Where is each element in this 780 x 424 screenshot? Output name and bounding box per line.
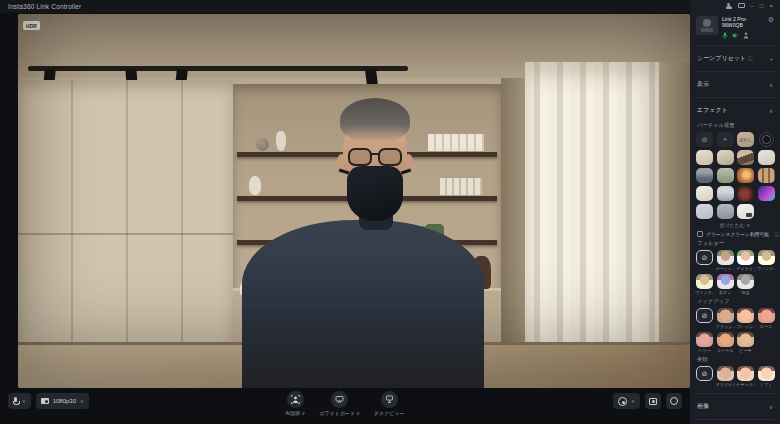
image-label: 画像: [697, 402, 709, 411]
scene-books: [440, 178, 482, 195]
section-effects[interactable]: エフェクト ∧: [690, 102, 780, 119]
device-status-row: [722, 32, 764, 39]
effects-label: エフェクト: [697, 106, 728, 115]
none-icon: ⊘: [696, 250, 713, 265]
makeup-item[interactable]: コーラル: [717, 332, 734, 353]
bg-thumbnail[interactable]: [717, 168, 734, 183]
virtual-bg-actions: ⊘ + ぼかし: [696, 132, 774, 147]
bg-thumbnail[interactable]: [696, 186, 713, 201]
effects-body: バーチャル背景 ⊘ + ぼかし 折りたたむ ∧: [690, 119, 780, 387]
beauty-none[interactable]: ⊘: [696, 366, 713, 387]
device-thumbnail: [696, 16, 718, 35]
bg-thumbnail[interactable]: [758, 150, 775, 165]
filter-item[interactable]: ネオン: [717, 274, 734, 295]
makeup-item[interactable]: ピーチ: [737, 332, 754, 353]
info-icon[interactable]: ⓘ: [774, 231, 779, 237]
bg-thumbnail[interactable]: [758, 186, 775, 201]
chevron-up-icon[interactable]: ∧: [631, 398, 635, 404]
deskview-button[interactable]: デスクビュー: [374, 391, 405, 416]
collapse-link[interactable]: 折りたたむ ∧: [696, 222, 774, 228]
filters-grid: ⊘ ポートレ... デイライト ヴィンテ... ヴィンテ... ネオン 混合: [696, 250, 774, 295]
section-scene-preset[interactable]: シーンプリセットⓘ +: [690, 50, 780, 67]
section-display[interactable]: 表示 ∨: [690, 76, 780, 93]
scene-cabinet: [18, 80, 233, 348]
bg-thumbnail[interactable]: [717, 150, 734, 165]
scene-wall-shadow: [501, 78, 527, 348]
makeup-none[interactable]: ⊘: [696, 308, 713, 329]
app-title: Insta360 Link Controller: [8, 3, 81, 10]
bg-thumbnail[interactable]: [696, 150, 713, 165]
capture-button[interactable]: [645, 393, 661, 409]
window-controls: – □ ×: [690, 0, 780, 12]
bg-360-button[interactable]: [758, 132, 775, 147]
scene-books: [428, 134, 484, 151]
greenscreen-label: グリーンスクリーン利用可能: [706, 231, 769, 237]
device-settings-gear-icon[interactable]: ⚙: [768, 16, 774, 23]
filter-item[interactable]: ヴィンテ...: [758, 250, 775, 271]
device-card: Link 2 Pro-96W0QB ⚙: [690, 12, 780, 42]
chevron-down-icon[interactable]: ∨: [769, 404, 773, 410]
bottom-right-group: ∧: [613, 393, 682, 409]
bg-thumbnail[interactable]: [737, 186, 754, 201]
maximize-button[interactable]: □: [760, 3, 764, 9]
bg-thumbnail[interactable]: [758, 168, 775, 183]
bg-blur-button[interactable]: ぼかし: [737, 132, 754, 147]
section-image[interactable]: 画像 ∨: [690, 398, 780, 415]
close-button[interactable]: ×: [769, 3, 773, 9]
greenscreen-checkbox[interactable]: [697, 231, 703, 237]
bg-thumbnail[interactable]: [737, 204, 754, 219]
bg-thumbnail[interactable]: [717, 204, 734, 219]
chevron-up-icon[interactable]: ∧: [769, 108, 773, 114]
divider: [696, 419, 774, 420]
glasses-lens: [378, 148, 402, 166]
virtual-bg-grid: [696, 150, 774, 219]
makeup-item[interactable]: ブラッシュ: [717, 308, 734, 329]
bg-thumbnail[interactable]: [717, 186, 734, 201]
whiteboard-button[interactable]: ホワイトボード ∨: [319, 391, 360, 416]
filter-item[interactable]: デイライト: [737, 250, 754, 271]
divider: [696, 393, 774, 394]
beauty-item[interactable]: オリジナル: [717, 366, 734, 387]
power-button[interactable]: [666, 393, 682, 409]
bg-thumbnail[interactable]: [696, 204, 713, 219]
minimize-button[interactable]: –: [751, 3, 754, 9]
divider: [696, 71, 774, 72]
account-icon[interactable]: [726, 3, 732, 9]
filter-item[interactable]: ヴィンテ...: [696, 274, 713, 295]
divider: [696, 45, 774, 46]
bottom-center-group: AI追跡 ∨ ホワイトボード ∨ デスクビュー: [0, 391, 690, 416]
makeup-item[interactable]: ローズ: [758, 308, 775, 329]
ai-tracking-label: AI追跡 ∨: [285, 410, 305, 416]
virtual-cam-icon[interactable]: [738, 3, 745, 8]
makeup-item[interactable]: フレッシュ: [737, 308, 754, 329]
beauty-item[interactable]: ナチュラル: [737, 366, 754, 387]
makeup-item[interactable]: ベリー: [696, 332, 713, 353]
beauty-grid: ⊘ オリジナル ナチュラル ソフト: [696, 366, 774, 387]
beauty-item[interactable]: ソフト: [758, 366, 775, 387]
ai-tracking-button[interactable]: AI追跡 ∨: [285, 391, 305, 416]
speaker-status-icon: [732, 32, 739, 39]
deskview-icon[interactable]: [381, 391, 398, 408]
ai-tracking-icon[interactable]: [287, 391, 304, 408]
whiteboard-icon[interactable]: [331, 391, 348, 408]
bg-thumbnail[interactable]: [696, 168, 713, 183]
scene-wall-right: [659, 62, 690, 348]
add-preset-button[interactable]: +: [770, 56, 773, 62]
filter-none[interactable]: ⊘: [696, 250, 713, 271]
filter-item[interactable]: 混合: [737, 274, 754, 295]
chevron-down-icon[interactable]: ∨: [769, 82, 773, 88]
bottom-toolbar: ∧ 1080p30 ∧ AI追跡 ∨ ホワイトボード ∨ デスクビュー: [0, 388, 690, 424]
bg-thumbnail[interactable]: [737, 168, 754, 183]
glasses-bridge: [371, 153, 379, 155]
bg-add-button[interactable]: +: [717, 132, 734, 147]
bg-thumbnail[interactable]: [737, 150, 754, 165]
video-preview: HDR: [18, 14, 690, 388]
pan-tilt-button[interactable]: ∧: [613, 393, 640, 409]
glasses: [347, 148, 403, 168]
none-icon: ⊘: [696, 366, 713, 381]
filter-item[interactable]: ポートレ...: [717, 250, 734, 271]
hdr-badge: HDR: [23, 21, 40, 30]
sidebar: – □ × Link 2 Pro-96W0QB ⚙ シーンプリセットⓘ + 表示…: [690, 0, 780, 424]
capture-icon: [649, 398, 657, 405]
bg-none-button[interactable]: ⊘: [696, 132, 713, 147]
